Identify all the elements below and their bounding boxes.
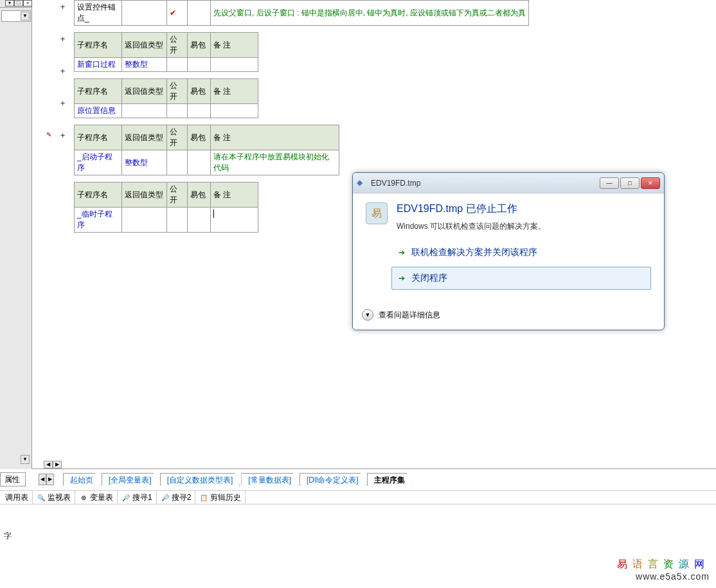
tool-label: 变量表 xyxy=(90,492,113,503)
cell-package[interactable] xyxy=(188,104,211,118)
col-header-return: 返回值类型 xyxy=(122,79,167,104)
dialog-maximize-button[interactable]: □ xyxy=(620,177,640,189)
table-row: _临时子程序 xyxy=(75,208,258,233)
col-header-public: 公开 xyxy=(167,33,188,58)
panel-close-button[interactable]: × xyxy=(23,0,32,6)
cell-package[interactable] xyxy=(188,150,211,175)
tab-main-program-set[interactable]: 主程序集 xyxy=(367,473,412,486)
tab-constants[interactable]: [常量数据表] xyxy=(241,473,298,486)
col-header-name: 子程序名 xyxy=(75,33,122,58)
property-tab[interactable]: 属性 xyxy=(0,472,26,486)
cell-name[interactable]: _临时子程序 xyxy=(75,208,122,233)
app-large-icon: 易 xyxy=(366,202,388,224)
panel-minimize-button[interactable]: ▾ xyxy=(5,0,14,6)
col-header-return: 返回值类型 xyxy=(122,183,167,208)
tool-watch-table[interactable]: 🔍监视表 xyxy=(33,491,75,504)
col-header-note: 备 注 xyxy=(211,79,258,104)
status-area: 字 xyxy=(0,527,716,546)
dialog-minimize-button[interactable]: — xyxy=(600,177,619,189)
panel-dropdown[interactable]: ▼ xyxy=(1,10,31,22)
col-header-package: 易包 xyxy=(188,125,211,150)
tab-custom-types[interactable]: [自定义数据类型表] xyxy=(160,473,240,486)
cell-public-checked[interactable]: ✔ xyxy=(167,1,188,26)
table-row: 设置控件锚点_ ✔ 先设父窗口, 后设子窗口 : 锚中是指横向居中, 锚中为真时… xyxy=(74,0,529,26)
cell-return-type[interactable] xyxy=(122,208,167,233)
cell-package[interactable] xyxy=(188,1,211,26)
horizontal-scrollbar[interactable]: ◀ ▶ xyxy=(44,461,108,468)
search-icon: 🔍 xyxy=(37,493,46,502)
tab-nav: ◀ ▶ xyxy=(39,474,54,485)
watermark: 易语言资源网 www.e5a5x.com xyxy=(617,558,710,582)
col-header-note: 备 注 xyxy=(211,125,339,150)
cell-note[interactable]: 先设父窗口, 后设子窗口 : 锚中是指横向居中, 锚中为真时, 应设锚顶或锚下为… xyxy=(211,1,529,26)
cell-package[interactable] xyxy=(188,208,211,233)
cell-name[interactable]: _启动子程序 xyxy=(75,150,122,175)
dialog-body: 易 EDV19FD.tmp 已停止工作 Windows 可以联机检查该问题的解决… xyxy=(353,193,664,301)
action-check-online[interactable]: ➔ 联机检查解决方案并关闭该程序 xyxy=(391,241,651,264)
expand-marker[interactable]: + xyxy=(60,131,68,140)
col-header-note: 备 注 xyxy=(211,33,258,58)
find-icon: 🔎 xyxy=(121,493,130,502)
editor-gutter: + + + + ✎ + xyxy=(32,0,74,468)
scroll-left-button[interactable]: ◀ xyxy=(44,461,53,468)
cell-name[interactable]: 原位置信息 xyxy=(75,104,122,118)
app-small-icon: ◆ xyxy=(357,178,367,188)
dialog-heading: EDV19FD.tmp 已停止工作 xyxy=(397,202,546,216)
cell-name[interactable]: 设置控件锚点_ xyxy=(75,1,122,26)
subroutine-table: 子程序名 返回值类型 公开 易包 备 注 _启动子程序 整数型 请在本子程序中放… xyxy=(74,125,339,175)
clipboard-icon: 📋 xyxy=(199,493,208,502)
col-header-name: 子程序名 xyxy=(75,183,122,208)
dialog-title-text: EDV19FD.tmp xyxy=(371,179,600,188)
chevron-down-icon: ▼ xyxy=(362,309,373,321)
col-header-name: 子程序名 xyxy=(75,125,122,150)
find-icon: 🔎 xyxy=(161,493,170,502)
cell-public[interactable] xyxy=(167,58,188,72)
cell-note[interactable] xyxy=(211,104,258,118)
cell-note-editing[interactable] xyxy=(211,208,258,233)
panel-titlebar: ▾ □ × xyxy=(0,0,32,8)
tool-edit-history[interactable]: 📋剪辑历史 xyxy=(195,491,246,504)
dialog-close-button[interactable]: ✕ xyxy=(641,177,660,189)
tab-global-vars[interactable]: [全局变量表] xyxy=(102,473,159,486)
cell-note[interactable] xyxy=(211,58,258,72)
tab-start-page[interactable]: 起始页 xyxy=(63,473,100,486)
scroll-right-button[interactable]: ▶ xyxy=(53,461,62,468)
view-details-toggle[interactable]: ▼ 查看问题详细信息 xyxy=(362,309,440,321)
col-header-return: 返回值类型 xyxy=(122,33,167,58)
cell-name[interactable]: 新窗口过程 xyxy=(75,58,122,72)
expand-marker[interactable]: + xyxy=(60,67,68,76)
dropdown-arrow-icon: ▼ xyxy=(21,12,30,21)
cell-note[interactable]: 请在本子程序中放置易模块初始化代码 xyxy=(211,150,339,175)
tool-search2[interactable]: 🔎搜寻2 xyxy=(157,491,196,504)
cell-return-type[interactable]: 整数型 xyxy=(122,150,167,175)
dialog-titlebar[interactable]: ◆ EDV19FD.tmp — □ ✕ xyxy=(353,173,664,193)
action-close-program[interactable]: ➔ 关闭程序 xyxy=(391,267,651,290)
subroutine-table: 子程序名 返回值类型 公开 易包 备 注 _临时子程序 xyxy=(74,182,258,233)
tool-label: 搜寻1 xyxy=(132,492,152,503)
cell-public[interactable] xyxy=(167,208,188,233)
cell-return-type[interactable] xyxy=(122,104,167,118)
panel-restore-button[interactable]: □ xyxy=(14,0,23,6)
table-row: 新窗口过程 整数型 xyxy=(75,58,258,72)
tool-var-table[interactable]: ⊕变量表 xyxy=(75,491,118,504)
cell-public[interactable] xyxy=(167,104,188,118)
cell-package[interactable] xyxy=(188,58,211,72)
cell-public[interactable] xyxy=(167,150,188,175)
tab-scroll-right[interactable]: ▶ xyxy=(46,474,54,485)
action-label: 关闭程序 xyxy=(411,272,447,284)
col-header-package: 易包 xyxy=(188,183,211,208)
tab-scroll-left[interactable]: ◀ xyxy=(39,474,46,485)
tool-call-table[interactable]: 调用表 xyxy=(1,491,33,504)
expand-marker[interactable]: + xyxy=(60,35,68,44)
panel-scroll-down[interactable]: ▼ xyxy=(21,455,30,464)
tool-search1[interactable]: 🔎搜寻1 xyxy=(118,491,157,504)
expand-marker[interactable]: + xyxy=(60,99,68,108)
tool-label: 监视表 xyxy=(48,492,71,503)
details-label: 查看问题详细信息 xyxy=(379,310,440,321)
cell-return-type[interactable]: 整数型 xyxy=(122,58,167,72)
expand-marker[interactable]: + xyxy=(60,3,68,12)
table-row: 原位置信息 xyxy=(75,104,258,118)
cell-return-type[interactable] xyxy=(122,1,167,26)
col-header-public: 公开 xyxy=(167,125,188,150)
tab-dll-commands[interactable]: [Dll命令定义表] xyxy=(300,473,366,486)
